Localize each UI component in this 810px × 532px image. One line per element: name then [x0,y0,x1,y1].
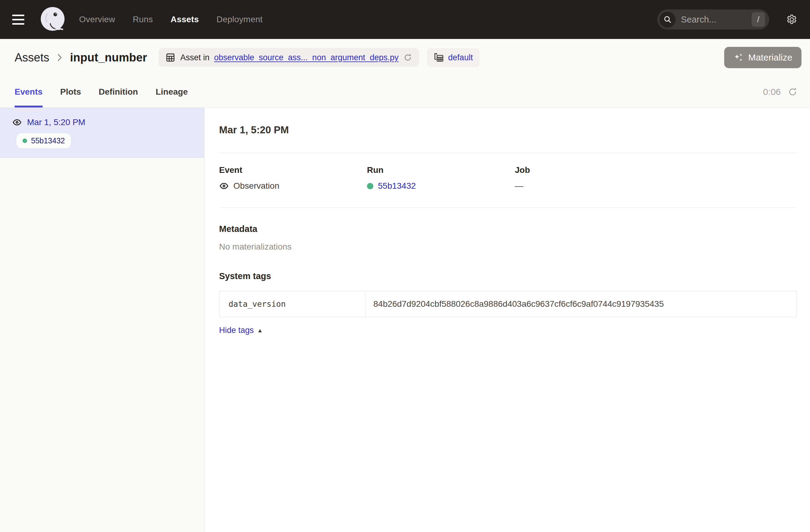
metadata-header: Metadata [219,224,797,234]
materialize-label: Materialize [748,52,792,63]
event-column: Event Observation [219,165,367,191]
menu-icon[interactable] [12,10,31,29]
search-icon [659,12,676,28]
primary-nav: Overview Runs Assets Deployment [79,15,263,25]
content-area: Mar 1, 5:20 PM 55b13432 Mar 1, 5:20 PM E… [0,108,810,532]
hide-tags-toggle[interactable]: Hide tags ▲ [219,326,263,335]
page-title: input_number [70,51,147,64]
job-empty-value: — [515,181,523,191]
event-list-item[interactable]: Mar 1, 5:20 PM 55b13432 [0,108,204,158]
metadata-empty-text: No materializations [219,242,797,252]
search-input[interactable] [676,15,751,25]
dagster-logo-icon[interactable] [38,5,67,34]
tabs-row: Events Plots Definition Lineage 0:06 [0,76,810,108]
search-box[interactable]: / [657,10,769,30]
nav-item-assets[interactable]: Assets [171,15,199,25]
nav-item-overview[interactable]: Overview [79,15,115,25]
event-detail-panel: Mar 1, 5:20 PM Event Observation [205,108,810,532]
tab-lineage[interactable]: Lineage [156,76,188,108]
asset-file-link[interactable]: observable_source_ass..._non_argument_de… [214,53,398,62]
sparkle-icon [733,52,744,63]
refresh-icon[interactable] [788,87,798,97]
tab-definition[interactable]: Definition [99,76,138,108]
run-column: Run 55b13432 [367,165,515,191]
reload-icon[interactable] [403,53,412,62]
tag-key-cell: data_version [220,291,366,317]
table-row: data_version 84b26d7d9204cbf588026c8a988… [220,291,796,317]
divider [219,207,797,208]
run-badge[interactable]: 55b13432 [16,133,71,148]
divider [219,153,797,153]
nav-item-deployment[interactable]: Deployment [217,15,263,25]
gear-icon[interactable] [785,13,798,26]
breadcrumb-assets-link[interactable]: Assets [15,51,49,64]
system-tags-table: data_version 84b26d7d9204cbf588026c8a988… [219,291,797,317]
repo-default-link[interactable]: default [448,53,473,62]
nav-item-runs[interactable]: Runs [133,15,153,25]
caret-up-icon: ▲ [257,327,263,334]
event-item-header: Mar 1, 5:20 PM [12,117,192,127]
hide-tags-label: Hide tags [219,326,254,335]
tab-plots[interactable]: Plots [60,76,81,108]
tag-value-cell: 84b26d7d9204cbf588026c8a9886d403a6c9637c… [366,291,796,317]
run-status-dot [22,139,27,143]
job-column-header: Job [515,165,797,175]
asset-definition-pill: Asset in observable_source_ass..._non_ar… [159,48,419,67]
run-status-dot [367,183,373,189]
copy-table-icon [434,52,444,63]
breadcrumb-row: Assets input_number Asset in observable_… [0,39,810,76]
job-column: Job — [515,165,797,191]
tab-events[interactable]: Events [15,76,43,108]
refresh-area: 0:06 [763,76,798,108]
eye-icon [219,181,229,191]
event-column-header: Event [219,165,367,175]
event-list-sidebar: Mar 1, 5:20 PM 55b13432 [0,108,205,532]
event-type-value: Observation [233,181,279,191]
table-icon [165,52,176,63]
system-tags-header: System tags [219,271,797,281]
asset-in-label: Asset in [180,53,209,62]
run-id-link[interactable]: 55b13432 [378,181,416,191]
event-detail-title: Mar 1, 5:20 PM [219,108,797,136]
top-nav: Overview Runs Assets Deployment / [0,0,810,39]
materialize-button[interactable]: Materialize [724,47,801,68]
run-column-header: Run [367,165,515,175]
repo-location-pill[interactable]: default [427,48,480,67]
search-shortcut-badge: / [751,12,765,27]
event-timestamp: Mar 1, 5:20 PM [27,117,85,127]
run-badge-id: 55b13432 [31,136,65,145]
event-summary-columns: Event Observation Run 55b1 [219,165,797,191]
eye-icon [12,117,22,127]
topnav-right: / [657,10,798,30]
chevron-right-icon [57,53,62,62]
refresh-countdown: 0:06 [763,87,781,97]
